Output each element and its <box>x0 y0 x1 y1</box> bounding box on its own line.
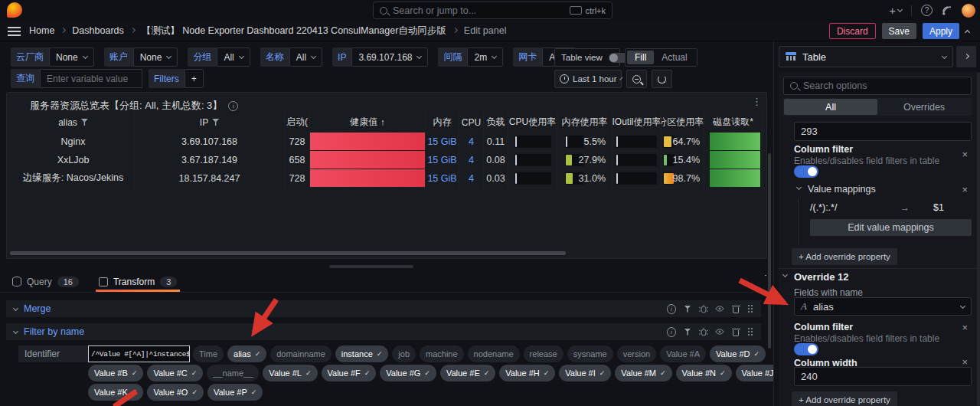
variable-query-input[interactable]: Enter variable value <box>40 69 142 88</box>
menu-icon[interactable] <box>8 27 21 36</box>
filter-icon[interactable] <box>212 119 219 126</box>
user-avatar[interactable] <box>962 4 975 18</box>
transform-merge-header[interactable]: Merge i <box>6 300 761 317</box>
pill-value-o[interactable]: Value #O✓ <box>147 384 204 401</box>
breadcrumb: Home Dashboards 【测试】 Node Exporter Dashb… <box>29 21 506 41</box>
filter-icon[interactable] <box>81 119 88 126</box>
eye-icon[interactable] <box>715 327 724 336</box>
search-input[interactable]: Search or jump to... ctrl+k <box>373 2 612 19</box>
pill-job[interactable]: job <box>392 345 416 362</box>
apply-button[interactable]: Apply <box>923 23 959 39</box>
add-override-property-button[interactable]: + Add override property <box>792 248 897 265</box>
visualization-picker[interactable]: Table <box>779 46 953 67</box>
field-type-icon: A <box>801 300 807 313</box>
value-mappings-label[interactable]: Value mappings <box>808 184 876 195</box>
identifier-regex-input[interactable]: /^Value #[^A]|^instance$|^n <box>88 345 190 362</box>
field-name-select[interactable]: A alias <box>794 297 972 316</box>
news-icon[interactable] <box>942 5 952 16</box>
info-icon[interactable]: i <box>667 304 676 313</box>
fill-option[interactable]: Fill <box>627 51 654 64</box>
pill-value-c[interactable]: Value #C✓ <box>147 365 203 381</box>
debug-icon[interactable] <box>699 304 708 313</box>
drag-handle-icon[interactable] <box>747 327 753 336</box>
trash-icon[interactable] <box>731 327 740 336</box>
pill-value-p[interactable]: Value #P✓ <box>207 384 263 401</box>
edit-value-mappings-button[interactable]: Edit value mappings <box>810 219 972 236</box>
breadcrumb-home[interactable]: Home <box>29 25 54 36</box>
breadcrumb-dashboard-title[interactable]: 【测试】 Node Exporter Dashboard 220413 Cons… <box>142 25 446 38</box>
debug-icon[interactable] <box>699 327 708 336</box>
pill-value-n[interactable]: Value #N✓ <box>676 365 732 381</box>
table-view-toggle[interactable]: Table view <box>554 48 620 67</box>
pill-value-g[interactable]: Value #G✓ <box>380 365 436 381</box>
column-width-value-input[interactable]: 240 <box>794 367 972 386</box>
pane-resize-handle[interactable] <box>329 265 413 268</box>
check-icon: ✓ <box>660 369 666 377</box>
vertical-scrollbar[interactable] <box>768 153 771 349</box>
search-options-input[interactable]: Search options <box>783 77 972 95</box>
info-icon[interactable]: i <box>667 327 676 336</box>
filter-icon[interactable] <box>683 327 692 336</box>
refresh-button[interactable] <box>652 70 672 88</box>
column-filter-toggle[interactable] <box>794 343 818 355</box>
pill-value-h[interactable]: Value #H✓ <box>499 365 555 381</box>
time-range-picker[interactable]: Last 1 hour <box>554 70 622 88</box>
zoom-out-button[interactable] <box>626 70 647 88</box>
info-icon[interactable]: i <box>228 101 238 111</box>
pill-value-l[interactable]: Value #L✓ <box>263 365 317 381</box>
breadcrumb-dashboards[interactable]: Dashboards <box>72 25 123 36</box>
pill-value-m[interactable]: Value #M✓ <box>615 365 671 381</box>
filter-icon[interactable] <box>683 304 692 313</box>
pill-version[interactable]: version <box>617 345 656 362</box>
pill-value-e[interactable]: Value #E✓ <box>440 365 495 381</box>
pill-value-i[interactable]: Value #I✓ <box>559 365 611 381</box>
pill-value-b[interactable]: Value #B✓ <box>88 365 143 381</box>
eye-icon[interactable] <box>715 304 724 313</box>
drag-handle-icon[interactable] <box>747 304 753 313</box>
collapse-icon[interactable] <box>965 29 970 34</box>
disk-read-gauge <box>710 151 760 169</box>
help-icon[interactable]: ? <box>921 5 933 16</box>
tab-query[interactable]: Query 16 <box>12 271 79 292</box>
add-filter-button[interactable]: + <box>185 69 204 88</box>
expand-pane-button[interactable] <box>956 46 976 67</box>
tab-all[interactable]: All <box>784 99 877 115</box>
pill-instance[interactable]: instance✓ <box>335 345 389 362</box>
pill-nodename[interactable]: nodename <box>468 345 520 362</box>
pill-release[interactable]: release <box>524 345 564 362</box>
horizontal-scrollbar[interactable] <box>10 251 566 255</box>
actual-option[interactable]: Actual <box>654 51 694 64</box>
pill-sysname[interactable]: sysname <box>567 345 613 362</box>
pill-name[interactable]: __name__ <box>207 365 259 381</box>
trash-icon[interactable] <box>731 304 740 313</box>
tab-overrides[interactable]: Overrides <box>877 99 971 115</box>
save-button[interactable]: Save <box>882 23 916 39</box>
pill-alias[interactable]: alias✓ <box>227 345 266 362</box>
close-icon[interactable]: × <box>962 149 968 160</box>
close-icon[interactable]: × <box>962 356 968 368</box>
pill-value-k[interactable]: Value #K✓ <box>88 384 143 401</box>
pill-value-d[interactable]: Value #D✓ <box>710 345 766 362</box>
column-width-input[interactable]: 293 <box>794 122 972 141</box>
transform-filter-header[interactable]: Filter by name i <box>6 323 761 340</box>
pill-value-a[interactable]: Value #A <box>660 345 706 362</box>
close-icon[interactable]: × <box>962 322 968 333</box>
add-button[interactable]: + <box>889 4 902 17</box>
pill-time[interactable]: Time <box>193 345 224 362</box>
identifier-label: Identifier <box>18 345 88 362</box>
sidebar-scrollbar[interactable] <box>977 72 980 406</box>
tab-transform[interactable]: Transform 3 <box>99 271 177 292</box>
pill-value-f[interactable]: Value #F✓ <box>322 365 377 381</box>
panel-title[interactable]: 服务器资源总览表【分组: All, 主机总数: 3】i <box>30 99 238 113</box>
variable-ip: IP3.69.107.168 <box>332 47 428 67</box>
pill-domainname[interactable]: domainname <box>270 345 332 362</box>
column-filter-toggle[interactable] <box>794 165 818 178</box>
close-icon[interactable]: × <box>962 184 968 195</box>
variable-query: 查询Enter variable value <box>11 69 142 88</box>
pill-machine[interactable]: machine <box>420 345 464 362</box>
add-override-property-button[interactable]: + Add override property <box>792 391 897 406</box>
panel-menu-icon[interactable]: ⋮ <box>752 96 762 107</box>
override-title[interactable]: Override 12 <box>794 271 849 283</box>
discard-button[interactable]: Discard <box>829 23 876 39</box>
grafana-logo[interactable] <box>7 2 22 18</box>
